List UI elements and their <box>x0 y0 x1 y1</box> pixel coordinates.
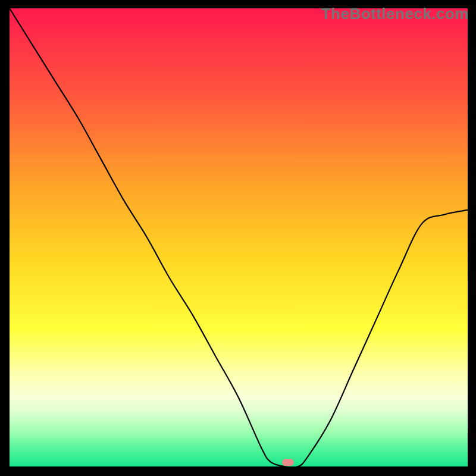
optimum-marker <box>282 459 294 466</box>
chart-svg <box>10 8 468 466</box>
bottleneck-plot <box>10 8 468 466</box>
watermark-text: TheBottleneck.com <box>321 5 469 23</box>
